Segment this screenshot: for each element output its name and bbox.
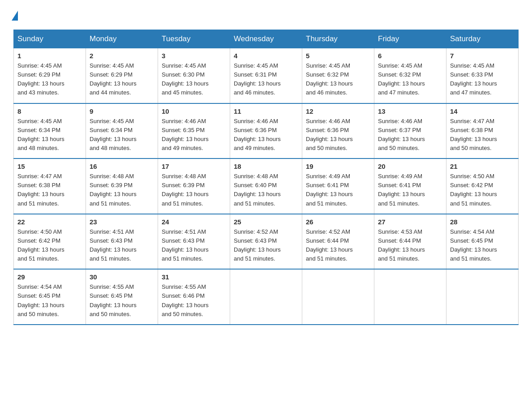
calendar-cell bbox=[374, 269, 446, 325]
calendar-cell: 11Sunrise: 4:46 AMSunset: 6:36 PMDayligh… bbox=[230, 103, 302, 159]
day-number: 18 bbox=[234, 163, 298, 170]
calendar-cell: 17Sunrise: 4:48 AMSunset: 6:39 PMDayligh… bbox=[158, 158, 230, 214]
day-info: Sunrise: 4:46 AMSunset: 6:37 PMDaylight:… bbox=[378, 117, 442, 153]
day-info: Sunrise: 4:48 AMSunset: 6:39 PMDaylight:… bbox=[162, 172, 226, 208]
day-info: Sunrise: 4:52 AMSunset: 6:44 PMDaylight:… bbox=[306, 227, 370, 264]
calendar-cell: 30Sunrise: 4:55 AMSunset: 6:45 PMDayligh… bbox=[86, 269, 158, 325]
day-number: 6 bbox=[378, 52, 442, 60]
day-info: Sunrise: 4:45 AMSunset: 6:32 PMDaylight:… bbox=[378, 61, 442, 98]
day-info: Sunrise: 4:51 AMSunset: 6:43 PMDaylight:… bbox=[162, 227, 226, 264]
header-friday: Friday bbox=[374, 30, 446, 48]
header-tuesday: Tuesday bbox=[158, 30, 230, 48]
day-info: Sunrise: 4:46 AMSunset: 6:36 PMDaylight:… bbox=[234, 117, 298, 153]
calendar-cell: 26Sunrise: 4:52 AMSunset: 6:44 PMDayligh… bbox=[302, 214, 374, 270]
day-info: Sunrise: 4:51 AMSunset: 6:43 PMDaylight:… bbox=[90, 227, 154, 264]
logo bbox=[13, 9, 18, 21]
day-info: Sunrise: 4:55 AMSunset: 6:45 PMDaylight:… bbox=[90, 283, 154, 319]
day-number: 16 bbox=[90, 163, 154, 170]
day-number: 17 bbox=[162, 163, 226, 170]
calendar-cell: 24Sunrise: 4:51 AMSunset: 6:43 PMDayligh… bbox=[158, 214, 230, 270]
day-number: 28 bbox=[450, 218, 515, 226]
day-info: Sunrise: 4:46 AMSunset: 6:36 PMDaylight:… bbox=[306, 117, 370, 153]
calendar-cell: 22Sunrise: 4:50 AMSunset: 6:42 PMDayligh… bbox=[14, 214, 86, 270]
day-info: Sunrise: 4:50 AMSunset: 6:42 PMDaylight:… bbox=[450, 172, 515, 208]
calendar-week-row: 1Sunrise: 4:45 AMSunset: 6:29 PMDaylight… bbox=[14, 48, 519, 103]
calendar-cell: 3Sunrise: 4:45 AMSunset: 6:30 PMDaylight… bbox=[158, 48, 230, 103]
calendar-cell: 1Sunrise: 4:45 AMSunset: 6:29 PMDaylight… bbox=[14, 48, 86, 103]
header-thursday: Thursday bbox=[302, 30, 374, 48]
header bbox=[13, 9, 519, 21]
calendar-cell: 2Sunrise: 4:45 AMSunset: 6:29 PMDaylight… bbox=[86, 48, 158, 103]
calendar-cell: 15Sunrise: 4:47 AMSunset: 6:38 PMDayligh… bbox=[14, 158, 86, 214]
day-number: 10 bbox=[162, 107, 226, 115]
day-info: Sunrise: 4:45 AMSunset: 6:29 PMDaylight:… bbox=[17, 61, 82, 98]
day-info: Sunrise: 4:47 AMSunset: 6:38 PMDaylight:… bbox=[450, 117, 515, 153]
calendar-week-row: 29Sunrise: 4:54 AMSunset: 6:45 PMDayligh… bbox=[14, 269, 519, 325]
header-sunday: Sunday bbox=[14, 30, 86, 48]
calendar-cell: 10Sunrise: 4:46 AMSunset: 6:35 PMDayligh… bbox=[158, 103, 230, 159]
day-info: Sunrise: 4:55 AMSunset: 6:46 PMDaylight:… bbox=[162, 283, 226, 319]
day-number: 20 bbox=[378, 163, 442, 170]
calendar-week-row: 22Sunrise: 4:50 AMSunset: 6:42 PMDayligh… bbox=[14, 214, 519, 270]
header-monday: Monday bbox=[86, 30, 158, 48]
calendar-cell: 20Sunrise: 4:49 AMSunset: 6:41 PMDayligh… bbox=[374, 158, 446, 214]
day-info: Sunrise: 4:46 AMSunset: 6:35 PMDaylight:… bbox=[162, 117, 226, 153]
calendar-header-row: SundayMondayTuesdayWednesdayThursdayFrid… bbox=[14, 30, 519, 48]
calendar-cell: 25Sunrise: 4:52 AMSunset: 6:43 PMDayligh… bbox=[230, 214, 302, 270]
calendar-cell: 14Sunrise: 4:47 AMSunset: 6:38 PMDayligh… bbox=[446, 103, 519, 159]
calendar-cell: 9Sunrise: 4:45 AMSunset: 6:34 PMDaylight… bbox=[86, 103, 158, 159]
day-info: Sunrise: 4:48 AMSunset: 6:40 PMDaylight:… bbox=[234, 172, 298, 208]
day-number: 7 bbox=[450, 52, 515, 60]
calendar-cell: 21Sunrise: 4:50 AMSunset: 6:42 PMDayligh… bbox=[446, 158, 519, 214]
day-number: 30 bbox=[90, 273, 154, 281]
calendar-cell: 29Sunrise: 4:54 AMSunset: 6:45 PMDayligh… bbox=[14, 269, 86, 325]
calendar-cell bbox=[302, 269, 374, 325]
day-info: Sunrise: 4:45 AMSunset: 6:34 PMDaylight:… bbox=[17, 117, 82, 153]
day-info: Sunrise: 4:45 AMSunset: 6:29 PMDaylight:… bbox=[90, 61, 154, 98]
day-info: Sunrise: 4:50 AMSunset: 6:42 PMDaylight:… bbox=[17, 227, 82, 264]
day-number: 15 bbox=[17, 163, 82, 170]
day-info: Sunrise: 4:53 AMSunset: 6:44 PMDaylight:… bbox=[378, 227, 442, 264]
day-info: Sunrise: 4:45 AMSunset: 6:31 PMDaylight:… bbox=[234, 61, 298, 98]
calendar-cell bbox=[230, 269, 302, 325]
calendar-cell: 31Sunrise: 4:55 AMSunset: 6:46 PMDayligh… bbox=[158, 269, 230, 325]
day-number: 26 bbox=[306, 218, 370, 226]
day-info: Sunrise: 4:54 AMSunset: 6:45 PMDaylight:… bbox=[450, 227, 515, 264]
day-number: 21 bbox=[450, 163, 515, 170]
day-number: 31 bbox=[162, 273, 226, 281]
day-number: 22 bbox=[17, 218, 82, 226]
day-info: Sunrise: 4:52 AMSunset: 6:43 PMDaylight:… bbox=[234, 227, 298, 264]
day-info: Sunrise: 4:47 AMSunset: 6:38 PMDaylight:… bbox=[17, 172, 82, 208]
logo-triangle-icon bbox=[12, 11, 18, 21]
day-number: 29 bbox=[17, 273, 82, 281]
calendar-cell: 16Sunrise: 4:48 AMSunset: 6:39 PMDayligh… bbox=[86, 158, 158, 214]
calendar-cell: 23Sunrise: 4:51 AMSunset: 6:43 PMDayligh… bbox=[86, 214, 158, 270]
calendar-cell: 5Sunrise: 4:45 AMSunset: 6:32 PMDaylight… bbox=[302, 48, 374, 103]
header-saturday: Saturday bbox=[446, 30, 519, 48]
day-number: 8 bbox=[17, 107, 82, 115]
day-number: 14 bbox=[450, 107, 515, 115]
day-number: 3 bbox=[162, 52, 226, 60]
calendar-cell bbox=[446, 269, 519, 325]
day-number: 19 bbox=[306, 163, 370, 170]
day-info: Sunrise: 4:54 AMSunset: 6:45 PMDaylight:… bbox=[17, 283, 82, 319]
calendar-cell: 4Sunrise: 4:45 AMSunset: 6:31 PMDaylight… bbox=[230, 48, 302, 103]
day-info: Sunrise: 4:45 AMSunset: 6:33 PMDaylight:… bbox=[450, 61, 515, 98]
day-info: Sunrise: 4:45 AMSunset: 6:32 PMDaylight:… bbox=[306, 61, 370, 98]
day-number: 27 bbox=[378, 218, 442, 226]
calendar-week-row: 15Sunrise: 4:47 AMSunset: 6:38 PMDayligh… bbox=[14, 158, 519, 214]
calendar-table: SundayMondayTuesdayWednesdayThursdayFrid… bbox=[13, 30, 519, 325]
calendar-cell: 6Sunrise: 4:45 AMSunset: 6:32 PMDaylight… bbox=[374, 48, 446, 103]
day-number: 5 bbox=[306, 52, 370, 60]
calendar-cell: 13Sunrise: 4:46 AMSunset: 6:37 PMDayligh… bbox=[374, 103, 446, 159]
calendar-week-row: 8Sunrise: 4:45 AMSunset: 6:34 PMDaylight… bbox=[14, 103, 519, 159]
day-info: Sunrise: 4:49 AMSunset: 6:41 PMDaylight:… bbox=[378, 172, 442, 208]
day-info: Sunrise: 4:48 AMSunset: 6:39 PMDaylight:… bbox=[90, 172, 154, 208]
day-number: 4 bbox=[234, 52, 298, 60]
day-number: 1 bbox=[17, 52, 82, 60]
day-info: Sunrise: 4:45 AMSunset: 6:34 PMDaylight:… bbox=[90, 117, 154, 153]
calendar-cell: 12Sunrise: 4:46 AMSunset: 6:36 PMDayligh… bbox=[302, 103, 374, 159]
day-info: Sunrise: 4:45 AMSunset: 6:30 PMDaylight:… bbox=[162, 61, 226, 98]
day-number: 12 bbox=[306, 107, 370, 115]
day-info: Sunrise: 4:49 AMSunset: 6:41 PMDaylight:… bbox=[306, 172, 370, 208]
